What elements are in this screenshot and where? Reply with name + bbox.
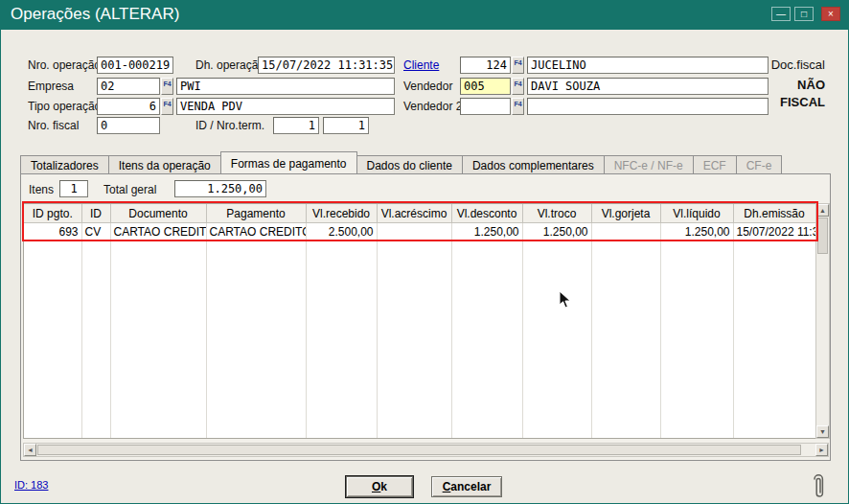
total-geral-field[interactable]: 1.250,00 [174, 180, 266, 197]
doc-fiscal-label: Doc.fiscal [761, 57, 825, 74]
empty-row [24, 258, 815, 275]
column-header-id[interactable]: ID [81, 204, 110, 223]
maximize-button[interactable]: □ [794, 7, 814, 21]
record-id-link[interactable]: ID: 183 [14, 476, 48, 493]
itens-field[interactable]: 1 [59, 180, 88, 197]
vendedor-f4-button[interactable]: F4 [512, 78, 524, 95]
nro-operacao-field[interactable]: 001-000219 [97, 57, 173, 74]
empty-row [24, 292, 815, 309]
column-header-vl-liquido[interactable]: Vl.líquido [660, 204, 733, 223]
empty-row [24, 344, 815, 361]
empty-row [24, 396, 815, 413]
nro-fiscal-field[interactable]: 0 [97, 117, 160, 134]
title-bar: Operações (ALTERAR) — □ × [1, 1, 848, 30]
doc-fiscal-status-line2: FISCAL [761, 94, 825, 111]
id-nro-term-label: ID / Nro.term. [195, 117, 264, 134]
attachment-icon[interactable] [809, 469, 826, 503]
doc-fiscal-status-line1: NÃO [761, 77, 825, 94]
scroll-up-icon[interactable]: ▲ [816, 204, 829, 217]
empty-row [24, 309, 815, 327]
scroll-down-icon[interactable]: ▼ [816, 425, 829, 438]
window-title: Operações (ALTERAR) [11, 5, 179, 24]
empresa-name-field[interactable]: PWI [176, 78, 395, 95]
empty-row [24, 378, 815, 396]
payments-table: ID pgto. ID Documento Pagamento Vl.receb… [24, 204, 816, 439]
close-button[interactable]: × [821, 7, 840, 21]
cancel-button[interactable]: Cancelar [431, 476, 502, 497]
payments-table-body: 693 CV CARTAO CREDITO CARTAO CREDITO 2.5… [24, 223, 815, 440]
vendedor-name-field[interactable]: DAVI SOUZA [527, 78, 769, 95]
column-header-dh-emissao[interactable]: Dh.emissão [733, 204, 815, 223]
column-header-documento[interactable]: Documento [110, 204, 206, 223]
vendedor-code-field[interactable]: 005 [460, 78, 511, 95]
vendedor2-name-field[interactable] [527, 98, 769, 115]
term-id-field[interactable]: 1 [273, 117, 319, 134]
column-header-pagamento[interactable]: Pagamento [206, 204, 306, 223]
scroll-right-icon[interactable]: ► [815, 444, 828, 456]
cliente-code-field[interactable]: 124 [460, 57, 511, 74]
column-header-vl-troco[interactable]: Vl.troco [522, 204, 591, 223]
tab-dados-do-cliente[interactable]: Dados do cliente [356, 155, 463, 173]
empresa-label: Empresa [28, 78, 74, 95]
total-geral-label: Total geral [103, 181, 156, 198]
vendedor2-code-field[interactable] [460, 98, 511, 115]
cell-id: CV [81, 223, 110, 241]
cell-vl-troco: 1.250,00 [522, 223, 591, 241]
tipo-operacao-f4-button[interactable]: F4 [161, 98, 173, 115]
term-nro-field[interactable]: 1 [323, 117, 369, 134]
dh-operacao-label: Dh. operação [195, 57, 264, 74]
column-header-vl-recebido[interactable]: Vl.recebido [306, 204, 377, 223]
table-header-row: ID pgto. ID Documento Pagamento Vl.receb… [24, 204, 815, 223]
itens-label: Itens [29, 181, 54, 198]
tipo-operacao-name-field[interactable]: VENDA PDV [176, 98, 395, 115]
empty-row [24, 241, 815, 258]
cliente-name-field[interactable]: JUCELINO [527, 57, 769, 74]
empresa-code-field[interactable]: 02 [97, 78, 160, 95]
empresa-f4-button[interactable]: F4 [161, 78, 173, 95]
operacoes-window: Operações (ALTERAR) — □ × Nro. operação … [0, 0, 849, 504]
scroll-left-icon[interactable]: ◄ [24, 444, 36, 456]
nro-fiscal-label: Nro. fiscal [28, 117, 79, 134]
horizontal-scroll-thumb[interactable] [37, 445, 801, 455]
empty-row [24, 275, 815, 292]
cell-dh-emissao: 15/07/2022 11:31:35 [733, 223, 815, 241]
cell-documento: CARTAO CREDITO [110, 223, 206, 241]
vertical-scrollbar[interactable]: ▲ ▼ [815, 203, 830, 439]
empty-row [24, 361, 815, 378]
vendedor2-f4-button[interactable]: F4 [512, 98, 524, 115]
cell-id-pgto: 693 [24, 223, 81, 241]
tab-itens-da-operacao[interactable]: Itens da operação [108, 155, 221, 173]
payments-grid: ID pgto. ID Documento Pagamento Vl.receb… [23, 203, 816, 439]
cell-vl-desconto: 1.250,00 [451, 223, 522, 241]
tipo-operacao-code-field[interactable]: 6 [97, 98, 160, 115]
cliente-f4-button[interactable]: F4 [512, 57, 524, 74]
tab-formas-de-pagamento[interactable]: Formas de pagamento [220, 151, 357, 173]
horizontal-scrollbar[interactable]: ◄ ► [23, 443, 829, 457]
tab-dados-complementares[interactable]: Dados complementares [462, 155, 605, 173]
column-header-vl-gorjeta[interactable]: Vl.gorjeta [591, 204, 660, 223]
column-header-vl-desconto[interactable]: Vl.desconto [451, 204, 522, 223]
cliente-link[interactable]: Cliente [403, 57, 439, 74]
empty-row [24, 327, 815, 344]
column-header-vl-acrescimo[interactable]: Vl.acréscimo [377, 204, 451, 223]
tab-strip: Totalizadores Itens da operação Formas d… [20, 152, 782, 173]
ok-button[interactable]: Ok [346, 476, 413, 497]
formas-pagamento-panel: Itens 1 Total geral 1.250,00 ID pgto. ID… [20, 173, 831, 461]
column-header-id-pgto[interactable]: ID pgto. [24, 204, 81, 223]
nro-operacao-label: Nro. operação [28, 57, 101, 74]
tab-ecf: ECF [693, 155, 737, 173]
minimize-button[interactable]: — [771, 7, 791, 21]
vendedor-label: Vendedor [403, 78, 452, 95]
tab-nfce-nfe: NFC-e / NF-e [604, 155, 694, 173]
dh-operacao-field[interactable]: 15/07/2022 11:31:35 [258, 57, 395, 74]
cell-vl-recebido: 2.500,00 [306, 223, 377, 241]
table-row[interactable]: 693 CV CARTAO CREDITO CARTAO CREDITO 2.5… [24, 223, 815, 241]
vertical-scroll-thumb[interactable] [817, 218, 828, 254]
cell-vl-gorjeta [591, 223, 660, 241]
cell-vl-liquido: 1.250,00 [660, 223, 733, 241]
empty-row [24, 430, 815, 439]
tab-cfe: CF-e [736, 155, 783, 173]
tab-totalizadores[interactable]: Totalizadores [20, 155, 109, 173]
tipo-operacao-label: Tipo operação [28, 98, 101, 115]
cell-pagamento: CARTAO CREDITO [206, 223, 306, 241]
